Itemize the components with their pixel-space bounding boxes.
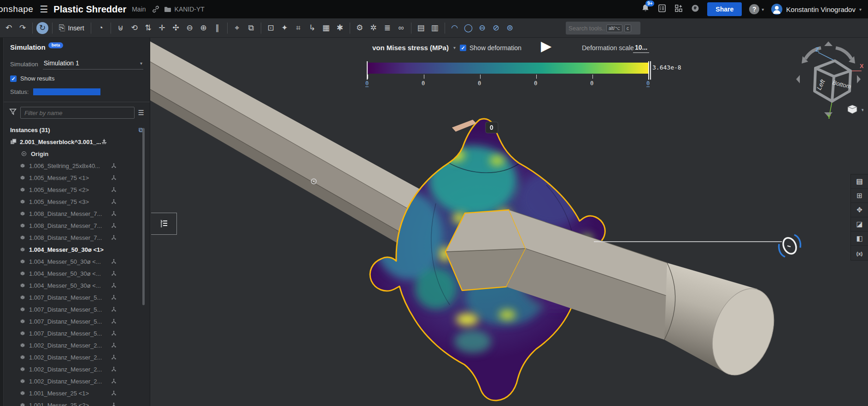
folder-name[interactable]: KANID-YT	[175, 6, 205, 13]
viewcube-up-arrow[interactable]	[824, 41, 833, 46]
instance-row[interactable]: 1.007_Distanz_Messer_5...	[4, 291, 150, 303]
planar-mate-icon[interactable]: ✛	[155, 20, 169, 36]
instance-row[interactable]: 1.007_Distanz_Messer_5...	[4, 327, 150, 339]
show-deformation-checkbox[interactable]: ✓	[460, 45, 466, 51]
mate-icon[interactable]	[111, 319, 117, 324]
screw-relation-icon[interactable]: ≣	[381, 20, 394, 36]
fixed-icon[interactable]	[101, 139, 107, 145]
mate-icon[interactable]	[111, 175, 117, 180]
mate-icon[interactable]	[111, 390, 117, 396]
view-options-cube-icon[interactable]	[848, 105, 857, 114]
measure-icon[interactable]: ▥	[428, 20, 442, 36]
undo-icon[interactable]: ↶	[2, 20, 16, 36]
box-select-icon[interactable]: ⊡	[264, 20, 278, 36]
instance-row[interactable]: 1.005_Messer_75 <3>	[4, 196, 150, 208]
revolute-mate-icon[interactable]: ⟲	[128, 20, 141, 36]
play-animation-button[interactable]: ▶	[541, 37, 551, 55]
show-results-row[interactable]: ✓ Show results	[4, 70, 150, 84]
instance-row[interactable]: 1.005_Messer_75 <2>	[4, 184, 150, 196]
transform-icon[interactable]: ↳	[305, 20, 319, 36]
apps-button[interactable]	[674, 4, 683, 15]
instance-row[interactable]: 1.002_Distanz_Messer_2...	[4, 363, 150, 375]
instance-row[interactable]: 1.004_Messer_50_30ø <...	[4, 267, 150, 279]
viewcube-left-arrow[interactable]	[796, 75, 800, 83]
notifications-button[interactable]: 9+	[641, 4, 650, 15]
instance-row[interactable]: 1.004_Messer_50_30ø <1>	[4, 244, 150, 255]
mate-icon[interactable]	[111, 354, 117, 360]
mate-icon[interactable]	[111, 235, 117, 240]
mate-icon[interactable]	[111, 307, 117, 312]
mate-icon[interactable]	[111, 295, 117, 300]
mate-icon[interactable]	[111, 223, 117, 228]
colorbar-tick-label[interactable]: 0	[365, 80, 369, 87]
help-menu[interactable]: ? ▾	[749, 4, 764, 14]
cylindrical-mate-icon[interactable]: ⊕	[197, 20, 211, 36]
mate-icon[interactable]	[111, 199, 117, 204]
sim-planar-icon[interactable]: ⊚	[503, 20, 517, 36]
colorbar-tick-label[interactable]: 0	[646, 80, 650, 87]
mate-icon[interactable]	[111, 331, 117, 336]
simulation-select[interactable]: Simulation 1 ▾	[43, 58, 143, 70]
bom-icon[interactable]: ▤	[414, 20, 428, 36]
viewcube-right-arrow[interactable]	[857, 75, 861, 83]
pattern-icon[interactable]: ▦	[319, 20, 333, 36]
main-menu-icon[interactable]: ☰	[40, 4, 48, 15]
redo-icon[interactable]: ↷	[16, 20, 29, 36]
mate-connector-icon[interactable]: ⌖	[230, 20, 244, 36]
instance-row[interactable]: 1.007_Distanz_Messer_5...	[4, 315, 150, 327]
pin-slot-mate-icon[interactable]: ⊖	[183, 20, 197, 36]
mate-icon[interactable]	[111, 187, 117, 192]
mate-icon[interactable]	[111, 366, 117, 372]
explode-icon[interactable]: ✱	[333, 20, 347, 36]
show-results-checkbox[interactable]: ✓	[10, 75, 17, 82]
root-assembly-row[interactable]: 2.001_Messerblock^3.001_...	[4, 136, 150, 148]
group-mate-icon[interactable]: ⧉	[244, 20, 258, 36]
tasks-button[interactable]	[657, 4, 667, 15]
deformation-scale-value[interactable]: 10...	[633, 44, 649, 53]
mate-icon[interactable]	[111, 271, 117, 276]
comments-icon[interactable]: ▤	[851, 174, 868, 189]
viewcube-rotate-cw-arrow[interactable]	[836, 48, 851, 59]
rack-relation-icon[interactable]: ✲	[367, 20, 381, 36]
origin-row[interactable]: Origin	[4, 148, 150, 160]
filter-icon[interactable]	[9, 108, 17, 117]
display-states-icon[interactable]: ◧	[851, 232, 868, 246]
mate-icon[interactable]	[111, 211, 117, 216]
structure-tree-tab[interactable]	[151, 213, 177, 235]
view-options-caret[interactable]: ▼	[861, 108, 863, 112]
custom-feature-icon[interactable]: ✦	[278, 20, 292, 36]
sim-slider-icon[interactable]: ⊖	[475, 20, 489, 36]
instance-row[interactable]: 1.008_Distanz_Messer_7...	[4, 220, 150, 232]
belt-relation-icon[interactable]: ∞	[394, 20, 408, 36]
instance-row[interactable]: 1.002_Distanz_Messer_2...	[4, 351, 150, 363]
insert-part-icon[interactable]: ⌗	[292, 20, 305, 36]
bom-table-icon[interactable]: ⊞	[851, 189, 868, 203]
search-tools[interactable]: alt/⌥ c	[566, 22, 640, 35]
user-menu[interactable]: Konstantin Vinogradov ▾	[771, 4, 862, 15]
view-cube[interactable]: Left Bottom Z X Y ▼	[793, 40, 863, 119]
share-button[interactable]: Share	[707, 2, 742, 16]
learning-center-button[interactable]	[691, 4, 700, 15]
filter-input[interactable]	[20, 107, 135, 119]
instance-row[interactable]: 1.005_Messer_75 <1>	[4, 172, 150, 184]
instance-row[interactable]: 1.002_Distanz_Messer_2...	[4, 375, 150, 387]
insert-icon[interactable]: ⎘Insert	[55, 20, 88, 36]
section-view-icon[interactable]: ◪	[851, 217, 868, 232]
mate-icon[interactable]	[111, 163, 117, 168]
panel-scrollbar[interactable]	[142, 128, 145, 305]
sim-ball-icon[interactable]: ⊘	[489, 20, 503, 36]
instance-row[interactable]: 1.006_Stellring_25x8x40...	[4, 160, 150, 172]
shaft-right-segment[interactable]	[506, 210, 785, 383]
search-tools-input[interactable]	[569, 25, 604, 32]
graphics-viewport[interactable]: 0 von Mises stress (MPa) ▾	[150, 38, 868, 406]
instance-row[interactable]: 1.007_Distanz_Messer_5...	[4, 303, 150, 315]
list-view-icon[interactable]: ☰	[138, 109, 144, 117]
variables-icon[interactable]: (x)	[851, 246, 868, 260]
slider-mate-icon[interactable]: ⇅	[141, 20, 155, 36]
mate-icon[interactable]	[111, 342, 117, 348]
instance-row[interactable]: 1.008_Distanz_Messer_7...	[4, 232, 150, 244]
exploded-view-icon[interactable]: ◔	[94, 20, 108, 36]
parallel-mate-icon[interactable]: ∥	[211, 20, 224, 36]
mate-icon[interactable]	[111, 259, 117, 264]
instance-row[interactable]: 1.001_Messer_25 <1>	[4, 387, 150, 399]
